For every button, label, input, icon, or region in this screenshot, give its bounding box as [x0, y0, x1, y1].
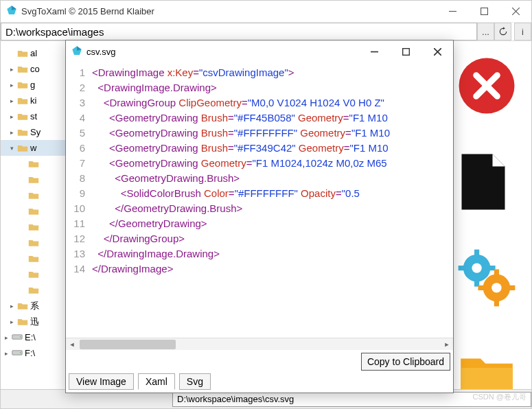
svg-rect-17 [508, 285, 516, 290]
folder-icon [28, 207, 39, 216]
horizontal-scrollbar[interactable]: ◄ ► [66, 338, 453, 350]
folder-icon [17, 80, 28, 90]
tree-folder-item[interactable] [1, 282, 65, 298]
folder-icon [28, 175, 39, 185]
folder-icon [28, 254, 39, 264]
folder-icon [28, 238, 39, 248]
tab-xaml[interactable]: Xaml [138, 373, 175, 390]
maximize-button[interactable] [468, 1, 500, 23]
folder-icon [28, 159, 39, 169]
tree-label: Sy [30, 127, 41, 137]
minimize-button[interactable] [437, 1, 468, 23]
main-title: SvgToXaml © 2015 Bernd Klaiber [21, 6, 437, 16]
svg-rect-20 [461, 368, 513, 389]
tree-folder-item[interactable]: ▸ki [1, 93, 65, 108]
tree-folder-item[interactable] [1, 156, 65, 172]
tab-svg[interactable]: Svg [179, 373, 211, 390]
expand-icon[interactable]: ▸ [10, 66, 17, 73]
svg-rect-15 [494, 269, 499, 277]
tree-folder-item[interactable]: ▸系 [1, 298, 65, 314]
folder-icon [17, 143, 28, 153]
refresh-button[interactable] [494, 23, 511, 40]
tree-folder-item[interactable] [1, 266, 65, 282]
tree-folder-item[interactable] [1, 172, 65, 187]
tree-folder-item[interactable]: ▸g [1, 77, 65, 93]
browse-button[interactable]: ... [477, 23, 494, 40]
tree-folder-item[interactable]: ▸st [1, 108, 65, 124]
svg-point-4 [20, 336, 21, 338]
child-close-button[interactable] [421, 40, 453, 62]
tree-label: g [30, 80, 35, 90]
expand-icon[interactable]: ▸ [10, 82, 17, 89]
svg-rect-12 [459, 266, 466, 270]
tree-drive-item[interactable]: ▸E:\ [1, 329, 65, 345]
tree-label: st [30, 111, 37, 121]
child-titlebar[interactable]: csv.svg [66, 40, 453, 62]
expand-icon[interactable]: ▸ [10, 129, 17, 136]
expand-icon[interactable]: ▸ [10, 97, 17, 104]
toolbar: ... i [1, 23, 531, 41]
path-input[interactable] [1, 23, 477, 40]
tree-folder-item[interactable] [1, 219, 65, 235]
copy-row: Copy to Clipboard [66, 350, 453, 373]
line-gutter: 1234567891011121314 [66, 62, 91, 338]
main-titlebar[interactable]: SvgToXaml © 2015 Bernd Klaiber [1, 1, 531, 23]
copy-to-clipboard-button[interactable]: Copy to Clipboard [361, 353, 450, 371]
tree-label: F:\ [25, 348, 35, 358]
svg-rect-16 [494, 299, 499, 307]
scroll-left-icon[interactable]: ◄ [67, 339, 78, 350]
svg-point-19 [491, 283, 501, 292]
tree-label: E:\ [25, 332, 36, 342]
svg-point-13 [472, 263, 481, 272]
tree-label: ki [30, 95, 36, 106]
tab-view-image[interactable]: View Image [69, 373, 134, 390]
icon-preview-file[interactable] [452, 151, 514, 213]
folder-tree[interactable]: al▸co▸g▸ki▸st▸Sy▾w▸系▸迅▸E:\▸F:\ [1, 41, 66, 389]
drive-icon [12, 333, 23, 342]
tree-label: 系 [30, 300, 39, 312]
folder-icon [17, 317, 28, 327]
svg-rect-18 [478, 285, 485, 290]
folder-icon [28, 270, 39, 279]
folder-icon [17, 112, 28, 121]
folder-icon [17, 96, 28, 106]
child-minimize-button[interactable] [358, 40, 390, 62]
tree-folder-item[interactable] [1, 250, 65, 266]
tree-folder-item[interactable]: ▾w [1, 140, 65, 156]
close-button[interactable] [500, 1, 531, 23]
svg-point-6 [20, 352, 21, 353]
folder-icon [28, 285, 39, 295]
tree-folder-item[interactable]: al [1, 45, 65, 61]
icon-preview-folder[interactable] [456, 343, 518, 389]
svg-rect-2 [481, 8, 487, 15]
scroll-thumb[interactable] [80, 340, 176, 349]
app-icon [71, 45, 82, 58]
child-maximize-button[interactable] [390, 40, 421, 62]
tree-folder-item[interactable] [1, 187, 65, 203]
tree-folder-item[interactable]: ▸迅 [1, 314, 65, 329]
tree-folder-item[interactable]: ▸Sy [1, 124, 65, 140]
folder-icon [28, 191, 39, 200]
icon-preview-settings[interactable] [456, 247, 518, 309]
tree-drive-item[interactable]: ▸F:\ [1, 345, 65, 361]
tree-folder-item[interactable] [1, 235, 65, 250]
info-button[interactable]: i [514, 23, 531, 40]
scroll-right-icon[interactable]: ► [441, 339, 452, 350]
folder-icon [17, 128, 28, 137]
folder-icon [17, 49, 28, 58]
folder-icon [17, 301, 28, 311]
tree-folder-item[interactable] [1, 203, 65, 219]
tree-label: al [30, 48, 37, 58]
folder-icon [28, 222, 39, 232]
code-editor[interactable]: 1234567891011121314 <DrawingImage x:Key=… [66, 62, 453, 338]
drive-icon [12, 349, 23, 358]
child-title: csv.svg [86, 47, 358, 57]
icon-preview-close[interactable] [456, 55, 518, 117]
code-content[interactable]: <DrawingImage x:Key="csvDrawingImage"> <… [91, 62, 453, 338]
app-icon [6, 5, 17, 18]
expand-icon[interactable]: ▾ [10, 145, 17, 152]
expand-icon[interactable]: ▸ [10, 113, 17, 120]
folder-icon [17, 65, 28, 74]
xaml-viewer-window: csv.svg 1234567891011121314 <DrawingImag… [65, 40, 454, 393]
tree-folder-item[interactable]: ▸co [1, 61, 65, 77]
